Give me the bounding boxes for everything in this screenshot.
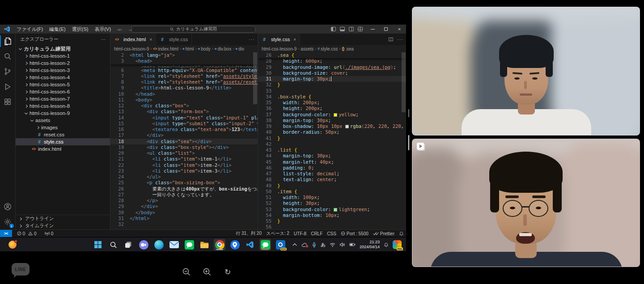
- taskbar-widgets-weather-icon[interactable]: [8, 241, 17, 249]
- tray-clock[interactable]: 21:232024/04/14: [360, 240, 380, 250]
- tree-root-folder[interactable]: カリキュラム練習用: [16, 45, 110, 52]
- viewer-scrollbar-thumb[interactable]: [408, 135, 409, 150]
- status-port-5500[interactable]: Port : 5500: [339, 231, 371, 236]
- taskbar-maps-icon[interactable]: [229, 239, 241, 250]
- breadcrumb-item[interactable]: div: [238, 47, 244, 51]
- pip-play-icon[interactable]: [417, 143, 424, 150]
- editor-scrollbar[interactable]: [402, 52, 406, 112]
- menu-選択(S)[interactable]: 選択(S): [69, 25, 92, 34]
- activity-account-icon[interactable]: [0, 199, 16, 214]
- tree-item-reset.css[interactable]: #reset.css: [16, 131, 110, 138]
- taskbar-mail-icon[interactable]: [168, 239, 180, 250]
- breadcrumb-item[interactable]: html-css-lesson-9: [114, 47, 149, 51]
- battery-icon[interactable]: [349, 242, 356, 247]
- viewer-zoom-in-button[interactable]: [202, 267, 212, 277]
- activity-search-icon[interactable]: [0, 49, 16, 64]
- breadcrumb[interactable]: html-css-lesson-9›assets›#style.css›{}.s…: [258, 45, 406, 52]
- toggle-panel-icon[interactable]: [340, 27, 345, 31]
- status-css[interactable]: CSS: [325, 231, 339, 236]
- tree-item-html-css-lesson-6[interactable]: html-css-lesson-6: [16, 88, 110, 95]
- breadcrumb-item[interactable]: assets: [301, 47, 314, 51]
- status-prettier[interactable]: Prettier: [371, 231, 397, 236]
- sidebar-section-タイムライン[interactable]: タイムライン: [16, 222, 110, 229]
- toggle-secondary-sidebar-icon[interactable]: [349, 27, 354, 31]
- taskbar-line-icon[interactable]: [183, 239, 195, 250]
- customize-layout-icon[interactable]: [358, 27, 363, 31]
- tab-close-icon[interactable]: ×: [293, 37, 296, 42]
- participant-video-bottom[interactable]: [412, 139, 640, 267]
- tree-item-style.css[interactable]: #style.css: [16, 138, 110, 145]
- viewer-scrollbar[interactable]: [408, 109, 409, 117]
- tree-item-html-css-lesson-7[interactable]: html-css-lesson-7: [16, 95, 110, 102]
- tab-style.css[interactable]: #style.css: [156, 34, 192, 45]
- code-area[interactable]: 26.sea {28 height: 600px;29 background-i…: [258, 52, 406, 229]
- status-utf-8[interactable]: UTF-8: [292, 231, 309, 236]
- ime-mode-indicator[interactable]: あ: [321, 242, 326, 248]
- menu-編集(E)[interactable]: 編集(E): [46, 25, 69, 34]
- breadcrumb-item[interactable]: body: [201, 47, 211, 51]
- viewer-zoom-out-button[interactable]: [181, 267, 192, 277]
- breadcrumb-item[interactable]: style.css: [321, 47, 338, 51]
- tree-item-html-css-lesson-4[interactable]: html-css-lesson-4: [16, 74, 110, 81]
- status--31-20[interactable]: 行 31、列 20: [233, 230, 264, 237]
- breadcrumb[interactable]: html-css-lesson-9›<>index.html›‹›html›‹›…: [110, 45, 258, 52]
- split-editor-icon[interactable]: [388, 37, 394, 42]
- more-actions-icon[interactable]: ···: [249, 37, 255, 42]
- tab-style.css[interactable]: #style.css×: [258, 34, 300, 45]
- taskbar-search-icon[interactable]: [107, 239, 119, 250]
- copilot-icon[interactable]: PRE: [393, 240, 402, 249]
- window-minimize-button[interactable]: [366, 25, 379, 34]
- taskbar-chrome-icon[interactable]: [214, 239, 225, 250]
- tree-item-html-css-lesson-1[interactable]: html-css-lesson-1: [16, 52, 110, 59]
- taskbar-task-view-icon[interactable]: [123, 239, 134, 250]
- participant-video-top[interactable]: [412, 7, 640, 136]
- command-center-search[interactable]: カリキュラム練習用: [131, 26, 255, 33]
- volume-icon[interactable]: [339, 242, 345, 247]
- tree-item-html-css-lesson-5[interactable]: html-css-lesson-5: [16, 81, 110, 88]
- breadcrumb-item[interactable]: html: [186, 47, 194, 51]
- taskbar-outlook-icon[interactable]: NEW: [275, 239, 286, 250]
- taskbar-chat-icon[interactable]: [138, 239, 149, 250]
- toggle-sidebar-icon[interactable]: [331, 27, 336, 31]
- remote-indicator[interactable]: ><: [0, 230, 12, 237]
- window-restore-button[interactable]: [379, 25, 393, 34]
- tree-item-assets[interactable]: assets: [16, 117, 110, 124]
- taskbar-vscode-icon[interactable]: [244, 239, 256, 250]
- code-area[interactable]: 2<html lang="ja">3 <head> <meta name="vi…: [110, 52, 258, 229]
- activity-run-debug-icon[interactable]: [0, 79, 16, 94]
- tree-item-index.html[interactable]: <>index.html: [16, 145, 110, 153]
- menu-表示(V)[interactable]: 表示(V): [91, 25, 114, 34]
- activity-source-control-icon[interactable]: [0, 64, 16, 79]
- problems-indicator[interactable]: 00: [15, 231, 39, 236]
- activity-extensions-icon[interactable]: [0, 94, 16, 110]
- activity-settings-icon[interactable]: 1: [0, 214, 16, 229]
- breadcrumb-item[interactable]: div.box: [217, 47, 231, 51]
- taskbar-edge-icon[interactable]: [153, 239, 165, 250]
- status--2[interactable]: スペース: 2: [264, 230, 292, 237]
- sidebar-section-アウトライン[interactable]: アウトライン: [16, 215, 110, 222]
- notifications-bell-icon[interactable]: [384, 242, 389, 247]
- tree-item-html-css-lesson-8[interactable]: html-css-lesson-8: [16, 102, 110, 110]
- breadcrumb-item[interactable]: index.html: [158, 47, 178, 51]
- tree-item-html-css-lesson-9[interactable]: html-css-lesson-9: [16, 110, 110, 117]
- tree-item-html-css-lesson-3[interactable]: html-css-lesson-3: [16, 67, 110, 74]
- breadcrumb-item[interactable]: .sea: [345, 47, 354, 51]
- onedrive-status-icon[interactable]: [301, 242, 308, 247]
- status-crlf[interactable]: CRLF: [309, 231, 325, 236]
- explorer-actions-icon[interactable]: ···: [101, 37, 106, 42]
- nav-back-button[interactable]: ←: [117, 26, 123, 32]
- more-actions-icon[interactable]: ···: [397, 37, 403, 42]
- taskbar-line-call-icon[interactable]: [259, 239, 271, 250]
- tree-item-images[interactable]: images: [16, 124, 110, 131]
- ports-indicator[interactable]: 0: [42, 231, 56, 236]
- viewer-rotate-button[interactable]: ↻: [222, 267, 233, 277]
- wifi-icon[interactable]: [330, 242, 335, 247]
- taskbar-explorer-icon[interactable]: [199, 239, 210, 250]
- editor-scrollbar[interactable]: [253, 52, 257, 104]
- status-bell[interactable]: [397, 231, 406, 236]
- activity-explorer-icon[interactable]: [0, 34, 16, 49]
- taskbar-start-icon[interactable]: [92, 239, 104, 250]
- window-close-button[interactable]: ×: [393, 25, 406, 34]
- microphone-icon[interactable]: [312, 242, 317, 248]
- tray-expand-icon[interactable]: [292, 243, 297, 246]
